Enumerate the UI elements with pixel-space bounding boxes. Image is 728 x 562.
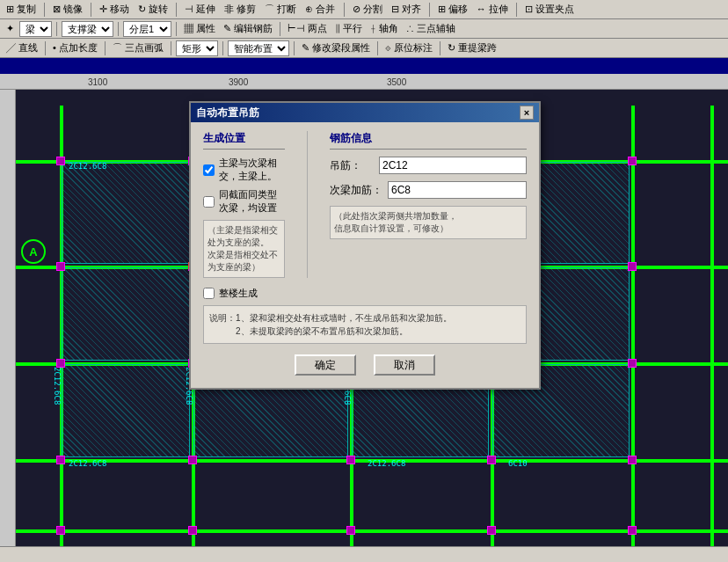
sep15 xyxy=(294,41,295,55)
sep9 xyxy=(176,22,177,36)
label-h-5: 6C10 xyxy=(508,459,528,468)
node-15 xyxy=(628,359,637,368)
sep4 xyxy=(344,3,345,17)
checkbox-same-type[interactable] xyxy=(203,196,215,208)
sep5 xyxy=(429,3,430,17)
ruler-mark-2: 3900 xyxy=(229,77,248,87)
properties-btn[interactable]: ▦ 属性 xyxy=(181,21,218,36)
ruler-horizontal: 3100 3900 3500 xyxy=(0,74,728,90)
ruler-mark-3: 3500 xyxy=(387,77,406,87)
hanger-field-row: 吊筋： xyxy=(330,157,527,174)
support-type-select[interactable]: 支撑梁 xyxy=(62,21,113,37)
node-1 xyxy=(56,157,65,165)
split-btn[interactable]: ⊘ 分割 xyxy=(350,2,385,17)
smart-layout-select[interactable]: 智能布置 xyxy=(228,40,289,56)
right-column: 钢筋信息 吊筋： 次梁加筋： （此处指次梁两侧共增加数量，信息取自计算设置，可修… xyxy=(330,131,527,278)
sep12 xyxy=(105,41,106,55)
toolbar-1: ⊞ 复制 ⊠ 镜像 ✛ 移动 ↻ 旋转 ⊣ 延伸 非 修剪 ⌒ 打断 ⊕ 合并 … xyxy=(0,0,728,19)
stretch-btn[interactable]: ↔ 拉伸 xyxy=(474,2,511,17)
dialog-title-text: 自动布置吊筋 xyxy=(196,106,259,120)
sep11 xyxy=(45,41,46,55)
sep16 xyxy=(377,41,378,55)
label-h-4: 2C12.6C8 xyxy=(368,459,405,468)
merge-btn[interactable]: ⊕ 合并 xyxy=(302,2,338,17)
checkbox-label-1: 主梁与次梁相交，主梁上。 xyxy=(219,157,285,183)
align-btn[interactable]: ⊟ 对齐 xyxy=(389,2,424,17)
label-h-3: 2C12.6C8 xyxy=(69,459,106,468)
toolbar-2: ✦ 梁 支撑梁 分层1 ▦ 属性 ✎ 编辑钢筋 ⊢⊣ 两点 ∥ 平行 ⟊ 轴角 … xyxy=(0,19,728,39)
node-23 xyxy=(346,526,355,535)
node-5 xyxy=(628,157,637,165)
node-17 xyxy=(188,456,197,464)
shape-select[interactable]: 矩形 xyxy=(176,40,218,56)
point-length-btn[interactable]: • 点加长度 xyxy=(50,40,100,55)
hanger-input[interactable] xyxy=(379,157,527,174)
checkbox-row-2: 同截面同类型次梁，均设置 xyxy=(203,188,285,215)
hatch-9 xyxy=(62,364,190,457)
note-line-2: 2、未提取梁跨的梁不布置吊筋和次梁加筋。 xyxy=(209,325,521,338)
node-24 xyxy=(487,526,496,535)
reextract-btn[interactable]: ↻ 重提梁跨 xyxy=(445,40,499,55)
dialog-columns: 生成位置 主梁与次梁相交，主梁上。 同截面同类型次梁，均设置 （主梁是指梁相交处… xyxy=(203,131,527,278)
beam-v-5 xyxy=(631,106,635,562)
rebar-note: （此处指次梁两侧共增加数量，信息取自计算设置，可修改） xyxy=(330,206,527,239)
ok-button[interactable]: 确定 xyxy=(295,354,356,376)
sep2 xyxy=(91,3,91,17)
ruler-mark-1: 3100 xyxy=(88,77,107,87)
status-bar xyxy=(0,546,728,562)
node-6 xyxy=(56,262,65,271)
right-col-header: 钢筋信息 xyxy=(330,131,527,150)
edit-rebar-btn[interactable]: ✎ 编辑钢筋 xyxy=(221,21,275,36)
dialog-close-btn[interactable]: × xyxy=(520,106,534,120)
sep8 xyxy=(118,22,119,36)
left-column: 生成位置 主梁与次梁相交，主梁上。 同截面同类型次梁，均设置 （主梁是指梁相交处… xyxy=(203,131,285,278)
node-21 xyxy=(56,526,65,535)
layer-select[interactable]: 分层1 xyxy=(123,21,171,37)
break-btn[interactable]: ⌒ 打断 xyxy=(262,2,299,17)
three-point-axis-btn[interactable]: ∴ 三点辅轴 xyxy=(404,21,458,36)
parallel-btn[interactable]: ∥ 平行 xyxy=(332,21,365,36)
rotate-btn[interactable]: ↻ 旋转 xyxy=(135,2,171,17)
checkbox-primary-secondary[interactable] xyxy=(203,164,215,176)
dialog-footer: 确定 取消 xyxy=(203,354,527,376)
node-16 xyxy=(56,456,65,464)
modify-beam-btn[interactable]: ✎ 修改梁段属性 xyxy=(299,40,373,55)
extend-btn[interactable]: ⊣ 延伸 xyxy=(182,2,218,17)
sep7 xyxy=(56,22,57,36)
beam-definition-note: （主梁是指梁相交处为支座的梁。次梁是指相交处不为支座的梁） xyxy=(203,220,285,278)
node-22 xyxy=(188,526,197,535)
axis-label-a: A xyxy=(21,239,46,264)
beam-label: ✦ xyxy=(4,22,17,35)
cancel-button[interactable]: 取消 xyxy=(374,354,435,376)
three-point-arc-btn[interactable]: ⌒ 三点画弧 xyxy=(110,40,166,55)
grip-btn[interactable]: ⊡ 设置夹点 xyxy=(522,2,577,17)
node-10 xyxy=(628,262,637,271)
offset-btn[interactable]: ⊞ 偏移 xyxy=(435,2,470,17)
label-h-1: 2C12.6C8 xyxy=(69,162,106,171)
copy-btn[interactable]: ⊞ 复制 xyxy=(4,2,39,17)
two-point-btn[interactable]: ⊢⊣ 两点 xyxy=(285,21,330,36)
sep14 xyxy=(222,41,223,55)
line-btn[interactable]: ╱ 直线 xyxy=(4,40,40,55)
trim-btn[interactable]: 非 修剪 xyxy=(222,2,258,17)
sep10 xyxy=(280,22,280,36)
dialog-title-bar[interactable]: 自动布置吊筋 × xyxy=(191,103,539,122)
auto-hanger-dialog: 自动布置吊筋 × 生成位置 主梁与次梁相交，主梁上。 同截面同类型次梁，均设置 xyxy=(189,101,541,390)
annotate-btn[interactable]: ⟐ 原位标注 xyxy=(382,40,435,55)
notes-area: 说明：1、梁和梁相交处有柱或墙时，不生成吊筋和次梁加筋。 2、未提取梁跨的梁不布… xyxy=(203,305,527,344)
element-type-select[interactable]: 梁 xyxy=(19,21,52,37)
toolbar-3: ╱ 直线 • 点加长度 ⌒ 三点画弧 矩形 智能布置 ✎ 修改梁段属性 ⟐ 原位… xyxy=(0,39,728,58)
hatch-5 xyxy=(62,267,190,361)
node-19 xyxy=(487,456,496,464)
left-col-header: 生成位置 xyxy=(203,131,285,150)
whole-floor-checkbox[interactable] xyxy=(203,288,215,299)
secondary-rebar-label: 次梁加筋： xyxy=(330,183,382,198)
whole-floor-row: 整楼生成 xyxy=(203,287,527,300)
move-btn[interactable]: ✛ 移动 xyxy=(97,2,132,17)
mirror-btn[interactable]: ⊠ 镜像 xyxy=(50,2,85,17)
sep6 xyxy=(516,3,517,17)
axis-angle-btn[interactable]: ⟊ 轴角 xyxy=(368,21,401,36)
hanger-label: 吊筋： xyxy=(330,158,374,173)
beam-h-5 xyxy=(16,529,728,533)
secondary-rebar-input[interactable] xyxy=(388,181,527,199)
